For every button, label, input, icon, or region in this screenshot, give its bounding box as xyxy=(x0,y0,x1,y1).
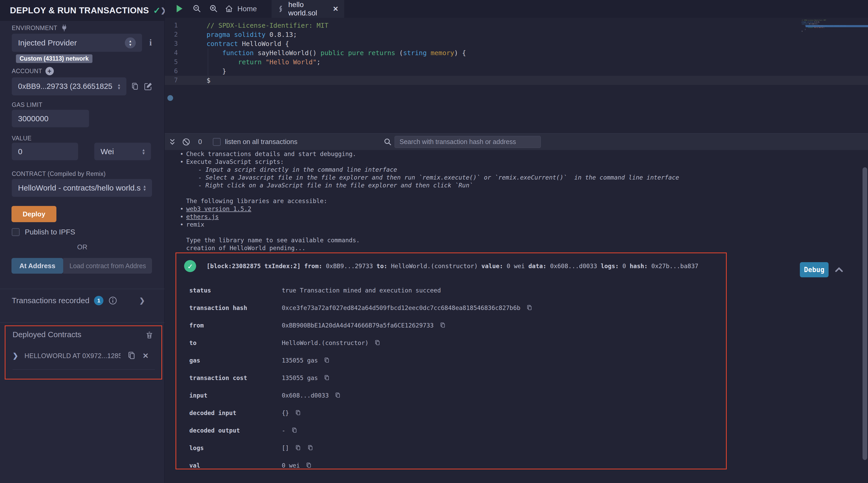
tab-hello-world-sol[interactable]: hello world.sol ✕ xyxy=(272,0,344,18)
collapse-terminal-double-chevron-icon[interactable] xyxy=(168,138,176,146)
terminal-text: The following libraries are accessible: xyxy=(186,198,327,204)
code-line: 4 function sayHelloWorld() public pure r… xyxy=(165,48,868,57)
code-text: $ xyxy=(207,76,211,85)
tab-home[interactable]: Home xyxy=(225,0,257,18)
value-input[interactable] xyxy=(12,143,78,160)
plug-icon xyxy=(60,24,68,32)
code-line: 3contract HelloWorld { xyxy=(165,39,868,48)
terminal-link[interactable]: web3 version 1.5.2 xyxy=(186,205,251,212)
copy-icon[interactable] xyxy=(295,445,301,451)
copy-icon[interactable] xyxy=(291,427,298,434)
terminal-link[interactable]: ethers.js xyxy=(186,213,219,220)
environment-spinner-icon[interactable]: ▴▾ xyxy=(125,37,136,48)
receipt-row-value: 0 wei xyxy=(282,462,300,469)
tx-success-check-icon: ✓ xyxy=(184,260,196,272)
receipt-row-label: transaction cost xyxy=(184,374,282,381)
receipt-row: input0x608...d0033 xyxy=(184,387,726,404)
run-script-play-icon[interactable] xyxy=(174,4,184,13)
receipt-row-label: from xyxy=(184,322,282,329)
environment-value: Injected Provider xyxy=(18,38,77,47)
minimap-line: // SPDX-License-Identifier: MIT xyxy=(802,19,846,21)
transactions-count-badge: 1 xyxy=(94,296,103,305)
receipt-row-label: logs xyxy=(184,445,282,451)
value-label: VALUE xyxy=(12,135,32,142)
copy-contract-icon[interactable] xyxy=(127,351,136,361)
gas-limit-label: GAS LIMIT xyxy=(12,102,42,109)
terminal-search-input[interactable] xyxy=(395,136,541,148)
copy-icon[interactable] xyxy=(306,462,312,468)
minimap-line: } xyxy=(802,28,846,30)
debug-button[interactable]: Debug xyxy=(800,262,829,277)
copy-icon[interactable] xyxy=(323,357,330,364)
terminal-line: The following libraries are accessible: xyxy=(165,197,868,205)
receipt-row-label: val xyxy=(184,462,282,469)
environment-select[interactable]: Injected Provider ▴▾ xyxy=(12,34,142,52)
at-address-button[interactable]: At Address xyxy=(11,258,63,274)
value-unit-spinner-icon[interactable]: ▴▾ xyxy=(142,148,145,155)
transactions-info-icon[interactable] xyxy=(108,296,118,305)
copy-icon[interactable] xyxy=(323,374,330,381)
solidity-file-icon xyxy=(277,5,284,12)
close-tab-icon[interactable]: ✕ xyxy=(333,5,338,13)
home-icon xyxy=(225,5,233,13)
receipt-row-label: gas xyxy=(184,357,282,364)
deploy-button[interactable]: Deploy xyxy=(11,206,56,222)
terminal-scrollbar[interactable] xyxy=(863,167,867,460)
collapse-receipt-chevron-up-icon[interactable] xyxy=(834,264,844,275)
gas-limit-input[interactable] xyxy=(12,110,89,127)
terminal-output[interactable]: •Check transactions details and start de… xyxy=(165,150,868,483)
zoom-out-icon[interactable] xyxy=(192,4,202,13)
code-line: 5 return "Hello World"; xyxy=(165,57,868,67)
receipt-row-value: 0x608...d0033 xyxy=(282,392,329,399)
remove-contract-close-icon[interactable]: ✕ xyxy=(143,351,149,360)
receipt-row: gas135055 gas xyxy=(184,351,726,369)
deployed-contract-item[interactable]: ❯ HELLOWORLD AT 0X972...12851 (B ✕ xyxy=(12,351,156,361)
add-account-icon[interactable]: + xyxy=(45,67,54,75)
minimap-line: pragma solidity 0.8.13; xyxy=(802,21,846,23)
transactions-recorded-row[interactable]: Transactions recorded 1 ❯ xyxy=(12,296,153,305)
copy-icon[interactable] xyxy=(307,445,314,451)
copy-icon[interactable] xyxy=(526,305,533,311)
clear-console-ban-icon[interactable] xyxy=(182,138,190,146)
transactions-expand-chevron-icon[interactable]: ❯ xyxy=(139,297,145,305)
edit-account-icon[interactable] xyxy=(144,82,153,91)
contract-spinner-icon[interactable]: ▴▾ xyxy=(143,184,146,191)
breakpoint-dot[interactable] xyxy=(167,95,173,101)
copy-icon[interactable] xyxy=(335,392,341,399)
value-unit-select[interactable]: Wei ▴▾ xyxy=(94,143,151,160)
terminal-line: - Input a script directly in the command… xyxy=(165,166,868,174)
line-number: 4 xyxy=(165,48,186,57)
deployed-contract-label: HELLOWORLD AT 0X972...12851 (B xyxy=(25,352,121,360)
at-address-input[interactable] xyxy=(63,258,152,274)
copy-icon[interactable] xyxy=(374,340,381,346)
panel-divider xyxy=(0,289,164,289)
copy-account-icon[interactable] xyxy=(130,82,140,91)
clear-contracts-trash-icon[interactable] xyxy=(145,331,154,339)
account-select[interactable]: 0xBB9...29733 (23.6651825 ▴▾ xyxy=(12,77,126,95)
zoom-in-icon[interactable] xyxy=(209,4,218,13)
copy-icon[interactable] xyxy=(439,322,446,329)
contract-select[interactable]: HelloWorld - contracts/hello world.sol ▴… xyxy=(12,179,152,197)
copy-icon[interactable] xyxy=(295,409,301,416)
terminal-text: - Right click on a JavaScript file in th… xyxy=(198,182,473,189)
line-number: 3 xyxy=(165,39,186,48)
receipt-row-label: to xyxy=(184,340,282,346)
receipt-row-value: 135055 gas xyxy=(282,374,318,381)
publish-ipfs-row: Publish to IPFS xyxy=(12,228,75,236)
receipt-row: statustrue Transaction mined and executi… xyxy=(184,282,726,299)
receipt-row-value: true Transaction mined and execution suc… xyxy=(282,287,441,294)
receipt-row-label: status xyxy=(184,287,282,294)
bullet-icon: • xyxy=(180,205,184,213)
account-spinner-icon[interactable]: ▴▾ xyxy=(118,83,120,90)
terminal-line: - Right click on a JavaScript file in th… xyxy=(165,181,868,189)
receipt-rows: statustrue Transaction mined and executi… xyxy=(184,282,726,474)
terminal-line: - Select a Javascript file in the file e… xyxy=(165,174,868,181)
code-text: contract HelloWorld { xyxy=(207,39,289,48)
code-text: function sayHelloWorld() public pure ret… xyxy=(207,48,466,57)
code-line: 1// SPDX-License-Identifier: MIT xyxy=(165,21,868,30)
publish-ipfs-checkbox[interactable] xyxy=(12,228,20,236)
environment-info-icon[interactable]: i xyxy=(149,38,152,48)
code-editor[interactable]: 1// SPDX-License-Identifier: MIT2pragma … xyxy=(165,18,868,133)
listen-transactions-checkbox[interactable] xyxy=(213,138,221,146)
contract-expand-chevron-icon[interactable]: ❯ xyxy=(12,352,18,360)
